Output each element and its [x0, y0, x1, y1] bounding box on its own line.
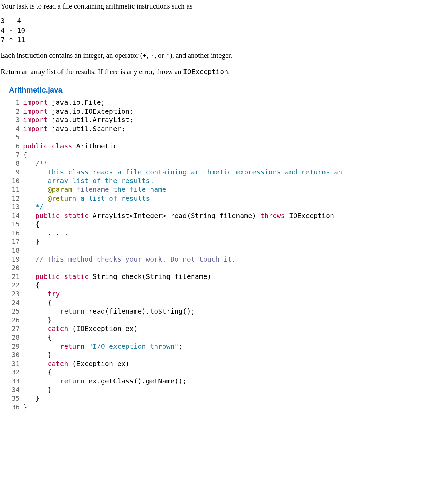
line-number: 18 [9, 246, 20, 255]
line-number: 36 [9, 403, 20, 412]
line-number: 14 [9, 212, 20, 220]
code-line [23, 133, 342, 142]
line-number: 29 [9, 342, 20, 351]
code-line: array list of the results. [23, 177, 342, 185]
code-line: { [23, 368, 342, 377]
code-line: import java.util.ArrayList; [23, 116, 342, 124]
line-number: 31 [9, 359, 20, 368]
line-number: 32 [9, 368, 20, 377]
line-number: 19 [9, 255, 20, 264]
code-editor: 1234567891011121314151617181920212223242… [9, 98, 422, 411]
code-lines: import java.io.File;import java.io.IOExc… [23, 98, 342, 411]
line-number: 33 [9, 377, 20, 386]
line-number: 10 [9, 177, 20, 185]
op-star: * [166, 51, 170, 60]
line-number: 34 [9, 386, 20, 394]
line-number: 1 [9, 98, 20, 107]
code-line: . . . [23, 229, 342, 238]
intro-paragraph-1: Your task is to read a file containing a… [1, 1, 422, 11]
code-line: public class Arithmetic [23, 142, 342, 151]
line-number: 25 [9, 307, 20, 316]
line-number: 2 [9, 107, 20, 116]
code-line: { [23, 333, 342, 342]
code-line: } [23, 403, 342, 412]
line-number: 11 [9, 185, 20, 194]
code-line [23, 264, 342, 272]
line-number: 17 [9, 237, 20, 246]
filename-heading: Arithmetic.java [9, 85, 422, 96]
code-line: { [23, 299, 342, 307]
code-line: import java.io.File; [23, 98, 342, 107]
intro-p3-pre: Return an array list of the results. If … [1, 68, 183, 76]
code-line: This class reads a file containing arith… [23, 168, 342, 177]
line-number: 6 [9, 142, 20, 151]
code-line: import java.util.Scanner; [23, 124, 342, 133]
line-number: 12 [9, 194, 20, 203]
ioexception-code: IOException [183, 68, 228, 76]
code-line: /** [23, 159, 342, 168]
intro-paragraph-3: Return an array list of the results. If … [1, 67, 422, 77]
code-line: catch (Exception ex) [23, 359, 342, 368]
intro-paragraph-2: Each instruction contains an integer, an… [1, 51, 422, 61]
line-number-gutter: 1234567891011121314151617181920212223242… [9, 98, 23, 411]
op-minus: - [150, 51, 154, 60]
code-line: catch (IOException ex) [23, 324, 342, 333]
code-line: { [23, 281, 342, 290]
code-line: */ [23, 203, 342, 212]
code-line: } [23, 316, 342, 325]
line-number: 21 [9, 272, 20, 281]
code-line: } [23, 351, 342, 359]
line-number: 30 [9, 351, 20, 359]
example-code-block: 3 + 4 4 - 10 7 * 11 [1, 16, 422, 45]
line-number: 9 [9, 168, 20, 177]
line-number: 20 [9, 264, 20, 272]
code-line: try [23, 290, 342, 299]
line-number: 5 [9, 133, 20, 142]
line-number: 35 [9, 394, 20, 403]
line-number: 27 [9, 324, 20, 333]
intro-p2-post: ), and another integer. [170, 51, 232, 60]
line-number: 13 [9, 203, 20, 212]
code-line [23, 246, 342, 255]
line-number: 7 [9, 151, 20, 159]
line-number: 26 [9, 316, 20, 325]
line-number: 28 [9, 333, 20, 342]
code-line: } [23, 237, 342, 246]
code-line: return read(filename).toString(); [23, 307, 342, 316]
code-line: @return a list of results [23, 194, 342, 203]
code-line: public static ArrayList<Integer> read(St… [23, 212, 342, 220]
code-line: return ex.getClass().getName(); [23, 377, 342, 386]
code-line: @param filename the file name [23, 185, 342, 194]
line-number: 22 [9, 281, 20, 290]
code-line: { [23, 220, 342, 229]
line-number: 15 [9, 220, 20, 229]
line-number: 16 [9, 229, 20, 238]
code-line: public static String check(String filena… [23, 272, 342, 281]
code-line: import java.io.IOException; [23, 107, 342, 116]
op-plus: + [143, 51, 147, 60]
page-content: Your task is to read a file containing a… [0, 1, 422, 411]
code-line: // This method checks your work. Do not … [23, 255, 342, 264]
intro-p2-mid2: , or [154, 51, 165, 60]
line-number: 8 [9, 159, 20, 168]
intro-p2-pre: Each instruction contains an integer, an… [1, 51, 143, 60]
code-line: } [23, 386, 342, 394]
line-number: 24 [9, 299, 20, 307]
code-line: { [23, 151, 342, 159]
line-number: 23 [9, 290, 20, 299]
code-line: return "I/O exception thrown"; [23, 342, 342, 351]
line-number: 3 [9, 116, 20, 124]
intro-p2-mid1: , [147, 51, 151, 60]
code-line: } [23, 394, 342, 403]
intro-p3-post: . [228, 68, 230, 76]
line-number: 4 [9, 124, 20, 133]
